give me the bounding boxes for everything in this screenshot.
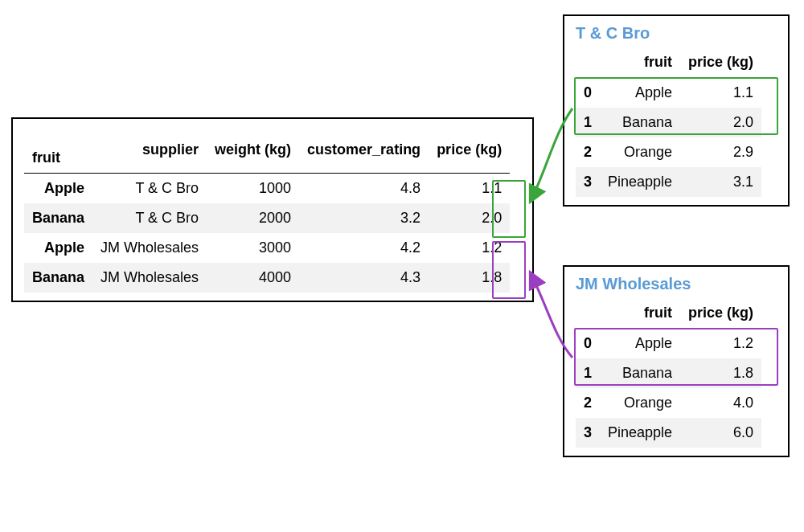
cell-rating: 3.2 xyxy=(299,203,429,233)
row-idx: 0 xyxy=(576,78,600,108)
col-fruit: fruit xyxy=(600,47,680,78)
row-fruit: Banana xyxy=(24,263,92,293)
row-fruit: Apple xyxy=(24,174,92,204)
supplier-panel-tc: T & C Bro fruit price (kg) 0 Apple 1.1 1… xyxy=(563,14,790,207)
supplier-table-jm: fruit price (kg) 0 Apple 1.2 1 Banana 1.… xyxy=(576,298,761,448)
cell-supplier: JM Wholesales xyxy=(92,263,207,293)
cell-price: 3.1 xyxy=(680,167,761,197)
cell-price: 2.0 xyxy=(680,108,761,137)
col-price: price (kg) xyxy=(680,47,761,78)
cell-price: 1.1 xyxy=(680,78,761,108)
row-idx: 3 xyxy=(576,167,600,197)
supplier-table-tc: fruit price (kg) 0 Apple 1.1 1 Banana 2.… xyxy=(576,47,761,197)
cell-weight: 2000 xyxy=(207,203,299,233)
col-price: price (kg) xyxy=(680,298,761,329)
col-weight: weight (kg) xyxy=(207,127,299,174)
cell-weight: 1000 xyxy=(207,174,299,204)
cell-supplier: T & C Bro xyxy=(92,203,207,233)
supplier-title: JM Wholesales xyxy=(576,275,777,293)
index-label: fruit xyxy=(24,127,92,174)
row-idx: 0 xyxy=(576,329,600,359)
cell-fruit: Apple xyxy=(600,329,680,359)
supplier-panel-jm: JM Wholesales fruit price (kg) 0 Apple 1… xyxy=(563,265,790,457)
cell-fruit: Pineapple xyxy=(600,418,680,448)
table-row: 0 Apple 1.1 xyxy=(576,78,761,108)
row-fruit: Banana xyxy=(24,203,92,233)
table-row: 3 Pineapple 3.1 xyxy=(576,167,761,197)
cell-fruit: Orange xyxy=(600,137,680,167)
cell-supplier: T & C Bro xyxy=(92,174,207,204)
table-row: Banana JM Wholesales 4000 4.3 1.8 xyxy=(24,263,510,293)
row-fruit: Apple xyxy=(24,233,92,263)
cell-fruit: Pineapple xyxy=(600,167,680,197)
cell-rating: 4.8 xyxy=(299,174,429,204)
cell-fruit: Orange xyxy=(600,388,680,418)
cell-price: 1.2 xyxy=(429,233,510,263)
cell-price: 1.8 xyxy=(680,358,761,388)
col-price: price (kg) xyxy=(429,127,510,174)
table-row: 3 Pineapple 6.0 xyxy=(576,418,761,448)
cell-weight: 4000 xyxy=(207,263,299,293)
col-fruit: fruit xyxy=(600,298,680,329)
cell-weight: 3000 xyxy=(207,233,299,263)
table-row: Apple JM Wholesales 3000 4.2 1.2 xyxy=(24,233,510,263)
cell-price: 1.1 xyxy=(429,174,510,204)
cell-price: 2.9 xyxy=(680,137,761,167)
cell-fruit: Banana xyxy=(600,108,680,137)
col-supplier: supplier xyxy=(92,127,207,174)
cell-price: 2.0 xyxy=(429,203,510,233)
cell-rating: 4.2 xyxy=(299,233,429,263)
row-idx: 2 xyxy=(576,137,600,167)
cell-fruit: Apple xyxy=(600,78,680,108)
cell-price: 4.0 xyxy=(680,388,761,418)
table-row: 1 Banana 1.8 xyxy=(576,358,761,388)
supplier-title: T & C Bro xyxy=(576,24,777,43)
cell-price: 6.0 xyxy=(680,418,761,448)
row-idx: 1 xyxy=(576,358,600,388)
cell-fruit: Banana xyxy=(600,358,680,388)
main-table-panel: fruit supplier weight (kg) customer_rati… xyxy=(11,117,534,302)
row-idx: 3 xyxy=(576,418,600,448)
table-row: 2 Orange 4.0 xyxy=(576,388,761,418)
col-rating: customer_rating xyxy=(299,127,429,174)
cell-rating: 4.3 xyxy=(299,263,429,293)
row-idx: 2 xyxy=(576,388,600,418)
table-row: Banana T & C Bro 2000 3.2 2.0 xyxy=(24,203,510,233)
cell-price: 1.8 xyxy=(429,263,510,293)
cell-supplier: JM Wholesales xyxy=(92,233,207,263)
cell-price: 1.2 xyxy=(680,329,761,359)
table-row: Apple T & C Bro 1000 4.8 1.1 xyxy=(24,174,510,204)
main-table: fruit supplier weight (kg) customer_rati… xyxy=(24,127,510,293)
table-row: 1 Banana 2.0 xyxy=(576,108,761,137)
row-idx: 1 xyxy=(576,108,600,137)
table-row: 0 Apple 1.2 xyxy=(576,329,761,359)
table-row: 2 Orange 2.9 xyxy=(576,137,761,167)
